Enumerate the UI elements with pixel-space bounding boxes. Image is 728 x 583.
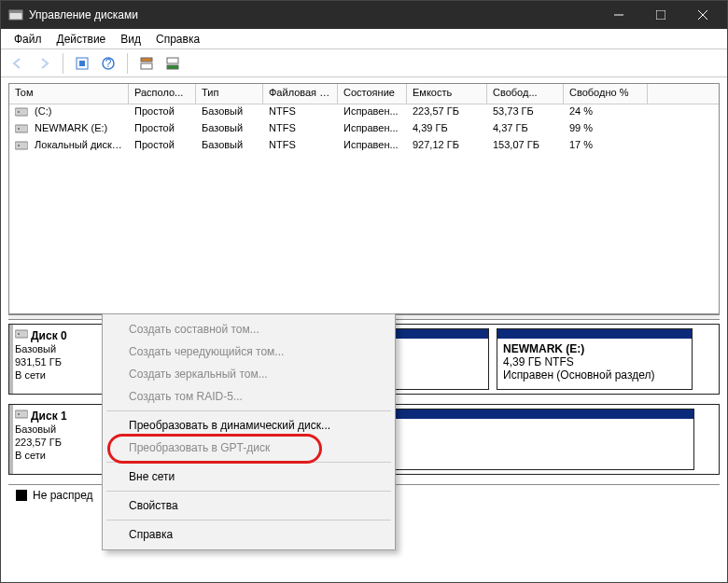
partition[interactable]: NEWMARK (E:)4,39 ГБ NTFSИсправен (Основн… <box>497 328 693 390</box>
context-menu-item[interactable]: Свойства <box>103 494 395 517</box>
close-button[interactable] <box>681 1 723 29</box>
context-menu[interactable]: Создать составной том...Создать чередующ… <box>102 313 396 550</box>
forward-button[interactable] <box>33 52 55 75</box>
svg-point-23 <box>18 413 20 415</box>
col-status[interactable]: Состояние <box>338 84 407 104</box>
col-type[interactable]: Тип <box>196 84 263 104</box>
cell-capacity: 223,57 ГБ <box>407 104 487 121</box>
svg-text:?: ? <box>105 57 112 70</box>
view-top-button[interactable] <box>135 52 158 75</box>
disk-header[interactable]: Диск 0Базовый931,51 ГБВ сети <box>9 325 117 394</box>
cell-volume: Локальный диск (... <box>9 138 129 155</box>
context-menu-item: Создать чередующийся том... <box>103 340 395 363</box>
svg-rect-1 <box>9 10 22 13</box>
table-row[interactable]: NEWMARK (E:)ПростойБазовыйNTFSИсправен..… <box>9 121 719 138</box>
toolbar-separator <box>63 53 63 74</box>
cell-type: Базовый <box>196 121 263 138</box>
col-capacity[interactable]: Емкость <box>407 84 487 104</box>
svg-rect-3 <box>656 10 665 20</box>
window-title: Управление дисками <box>29 8 597 21</box>
menu-separator <box>106 462 391 463</box>
help-button[interactable]: ? <box>97 52 119 75</box>
view-bottom-button[interactable] <box>161 52 184 75</box>
cell-pct: 99 % <box>564 121 648 138</box>
cell-volume: NEWMARK (E:) <box>9 121 129 138</box>
maximize-button[interactable] <box>639 1 681 29</box>
menu-separator <box>106 410 391 411</box>
svg-rect-16 <box>15 125 28 132</box>
svg-point-15 <box>18 111 20 113</box>
context-menu-item: Создать зеркальный том... <box>103 363 395 385</box>
refresh-button[interactable] <box>71 52 93 75</box>
context-menu-item[interactable]: Справка <box>103 523 395 546</box>
cell-layout: Простой <box>129 138 196 155</box>
context-menu-item: Создать том RAID-5... <box>103 385 395 408</box>
col-layout[interactable]: Располо... <box>129 84 196 104</box>
legend-swatch-unallocated <box>16 490 27 501</box>
cell-free: 53,73 ГБ <box>487 104 564 121</box>
cell-type: Базовый <box>196 138 263 155</box>
minimize-button[interactable] <box>597 1 639 29</box>
menu-view[interactable]: Вид <box>113 31 148 48</box>
volume-list[interactable]: Том Располо... Тип Файловая с... Состоян… <box>8 83 720 314</box>
svg-rect-18 <box>15 142 28 149</box>
cell-pct: 24 % <box>564 104 648 121</box>
svg-rect-20 <box>15 330 28 338</box>
svg-rect-14 <box>15 108 28 116</box>
col-free[interactable]: Свобод... <box>487 84 564 104</box>
menu-help[interactable]: Справка <box>148 31 207 48</box>
context-menu-item[interactable]: Преобразовать в динамический диск... <box>103 414 395 437</box>
cell-capacity: 927,12 ГБ <box>407 138 487 155</box>
cell-layout: Простой <box>129 104 196 121</box>
table-row[interactable]: Локальный диск (...ПростойБазовыйNTFSИсп… <box>9 138 719 155</box>
cell-status: Исправен... <box>338 121 407 138</box>
cell-layout: Простой <box>129 121 196 138</box>
menu-action[interactable]: Действие <box>49 31 114 48</box>
svg-rect-13 <box>167 65 178 69</box>
context-menu-item: Создать составной том... <box>103 318 395 340</box>
context-menu-item: Преобразовать в GPT-диск <box>103 437 395 459</box>
cell-fs: NTFS <box>263 138 338 155</box>
svg-rect-12 <box>167 58 178 63</box>
svg-point-19 <box>18 145 20 146</box>
col-fs[interactable]: Файловая с... <box>263 84 338 104</box>
svg-rect-7 <box>79 61 85 66</box>
title-bar: Управление дисками <box>1 1 727 29</box>
menu-separator <box>106 491 391 492</box>
col-pct[interactable]: Свободно % <box>564 84 648 104</box>
cell-free: 4,37 ГБ <box>487 121 564 138</box>
cell-free: 153,07 ГБ <box>487 138 564 155</box>
cell-status: Исправен... <box>338 104 407 121</box>
back-button[interactable] <box>7 52 29 75</box>
svg-rect-22 <box>15 410 28 418</box>
list-header: Том Располо... Тип Файловая с... Состоян… <box>9 84 719 104</box>
menu-separator <box>106 520 391 521</box>
app-icon <box>8 7 23 22</box>
legend-label: Не распред <box>33 489 93 502</box>
cell-type: Базовый <box>196 104 263 121</box>
menu-bar: Файл Действие Вид Справка <box>1 29 727 49</box>
cell-volume: (C:) <box>9 104 129 121</box>
svg-rect-10 <box>141 58 152 62</box>
table-row[interactable]: (C:)ПростойБазовыйNTFSИсправен...223,57 … <box>9 104 719 121</box>
col-volume[interactable]: Том <box>9 84 129 104</box>
cell-status: Исправен... <box>338 138 407 155</box>
menu-file[interactable]: Файл <box>7 31 49 48</box>
cell-fs: NTFS <box>263 104 338 121</box>
svg-point-21 <box>18 333 20 335</box>
cell-fs: NTFS <box>263 121 338 138</box>
disk-header[interactable]: Диск 1Базовый223,57 ГБВ сети <box>9 405 117 474</box>
cell-pct: 17 % <box>564 138 648 155</box>
toolbar: ? <box>1 49 727 77</box>
context-menu-item[interactable]: Вне сети <box>103 465 395 488</box>
svg-rect-11 <box>141 63 152 69</box>
toolbar-separator <box>127 53 128 74</box>
cell-capacity: 4,39 ГБ <box>407 121 487 138</box>
svg-point-17 <box>18 128 20 130</box>
